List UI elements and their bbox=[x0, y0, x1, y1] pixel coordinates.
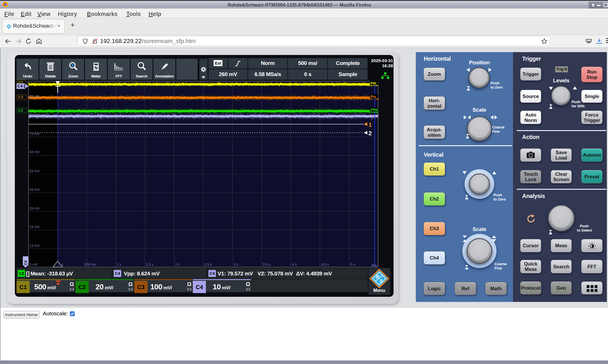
svg-text:83 mV: 83 mV bbox=[29, 113, 40, 117]
svg-text:S: S bbox=[379, 278, 383, 284]
svg-text:Pis: Pis bbox=[372, 263, 377, 268]
svg-text:13 mV: 13 mV bbox=[29, 244, 40, 248]
svg-text:2 s: 2 s bbox=[175, 263, 180, 267]
svg-text:5 s: 5 s bbox=[350, 263, 355, 267]
svg-text:63 mV: 63 mV bbox=[29, 150, 40, 154]
svg-text:1 s: 1 s bbox=[117, 263, 121, 267]
svg-text:4.5 s: 4.5 s bbox=[321, 263, 329, 267]
svg-text:3 s: 3 s bbox=[234, 263, 238, 267]
svg-text:2: 2 bbox=[368, 130, 372, 136]
svg-text:1.5 s: 1.5 s bbox=[146, 263, 153, 267]
svg-text:C4: C4 bbox=[23, 260, 28, 265]
svg-text:93 mV: 93 mV bbox=[29, 95, 40, 99]
svg-text:43 mV: 43 mV bbox=[29, 188, 40, 192]
svg-text:53 mV: 53 mV bbox=[29, 169, 40, 173]
svg-text:500 ms: 500 ms bbox=[84, 263, 96, 267]
svg-text:PRK: PRK bbox=[370, 108, 378, 112]
svg-text:23 mV: 23 mV bbox=[29, 225, 40, 229]
svg-text:2.5 s: 2.5 s bbox=[204, 263, 212, 267]
svg-text:3 mV: 3 mV bbox=[29, 263, 38, 267]
svg-text:C2: C2 bbox=[18, 108, 23, 113]
svg-text:PIK: PIK bbox=[370, 81, 377, 85]
svg-text:1: 1 bbox=[368, 121, 372, 128]
svg-text:33 mV: 33 mV bbox=[29, 206, 40, 210]
svg-text:C3: C3 bbox=[18, 95, 23, 99]
svg-text:R: R bbox=[376, 274, 380, 280]
svg-text:4 s: 4 s bbox=[292, 263, 297, 267]
svg-text:Pis: Pis bbox=[370, 95, 376, 99]
svg-text:3.5 s: 3.5 s bbox=[263, 263, 270, 267]
svg-text:73 mV: 73 mV bbox=[29, 132, 40, 136]
svg-text:C4: C4 bbox=[17, 84, 23, 88]
